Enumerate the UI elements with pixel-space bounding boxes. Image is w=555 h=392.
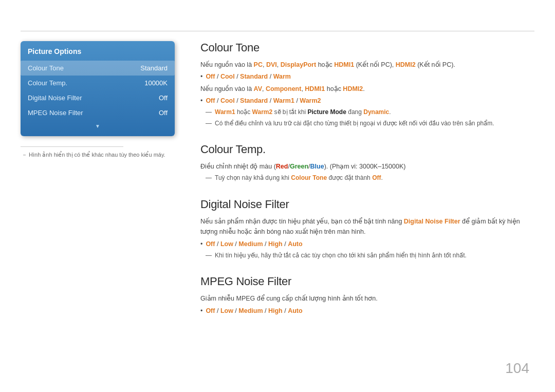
- bullet-dot-2: •: [200, 96, 202, 106]
- colour-tone-options-1: Off / Cool / Standard / Warm: [206, 71, 291, 82]
- sidebar-item-digital-noise-value: Off: [159, 94, 168, 102]
- section-colour-temp: Colour Temp. Điều chỉnh nhiệt độ màu (Re…: [200, 143, 534, 183]
- colour-temp-dash-1: ― Tuỳ chọn này khả dụng khi Colour Tone …: [206, 173, 534, 183]
- page-number: 104: [505, 360, 529, 377]
- colour-temp-dash-text-1: Tuỳ chọn này khả dụng khi Colour Tone đư…: [215, 173, 383, 183]
- colour-tone-bullet-1: • Off / Cool / Standard / Warm: [200, 71, 534, 82]
- sidebar-item-mpeg-noise[interactable]: MPEG Noise Filter Off: [21, 105, 175, 120]
- sidebar-note: － Hình ảnh hiển thị có thể khác nhau tùy…: [21, 151, 175, 159]
- dash-mark-2: ―: [206, 119, 212, 128]
- sidebar-item-colour-tone[interactable]: Colour Tone Standard: [21, 61, 175, 76]
- colour-temp-body: Điều chỉnh nhiệt độ màu (Red/Green/Blue)…: [200, 161, 534, 183]
- colour-tone-bullet-2: • Off / Cool / Standard / Warm1 / Warm2: [200, 96, 534, 106]
- bullet-dot-4: •: [200, 306, 202, 316]
- colour-temp-title: Colour Temp.: [200, 143, 534, 156]
- colour-tone-dash-1: ― Warm1 hoặc Warm2 sẽ bị tắt khi Picture…: [206, 107, 534, 117]
- sidebar-item-digital-noise-label: Digital Noise Filter: [28, 94, 82, 102]
- main-content: Colour Tone Nếu nguồn vào là PC, DVI, Di…: [200, 41, 534, 330]
- sidebar-item-colour-temp-value: 10000K: [144, 79, 168, 87]
- sidebar-item-colour-tone-label: Colour Tone: [28, 64, 64, 72]
- mpeg-noise-options: Off / Low / Medium / High / Auto: [206, 306, 302, 316]
- bullet-dot: •: [200, 71, 202, 82]
- digital-noise-dash-text-1: Khi tín hiệu yếu, hãy thử tắt cả các tùy…: [215, 251, 467, 260]
- section-colour-tone: Colour Tone Nếu nguồn vào là PC, DVI, Di…: [200, 41, 534, 128]
- sidebar-item-colour-temp-label: Colour Temp.: [28, 79, 67, 87]
- section-digital-noise: Digital Noise Filter Nếu sản phẩm nhận đ…: [200, 198, 534, 260]
- digital-noise-bullet-1: • Off / Low / Medium / High / Auto: [200, 239, 534, 249]
- sidebar-divider: [21, 146, 123, 147]
- mpeg-noise-title: MPEG Noise Filter: [200, 275, 534, 288]
- sidebar-item-colour-temp[interactable]: Colour Temp. 10000K: [21, 76, 175, 90]
- top-divider: [21, 31, 534, 31]
- dash-mark: ―: [206, 107, 212, 117]
- section-mpeg-noise: MPEG Noise Filter Giảm nhiễu MPEG để cun…: [200, 275, 534, 316]
- sidebar-item-mpeg-noise-label: MPEG Noise Filter: [28, 109, 83, 117]
- digital-noise-dash-1: ― Khi tín hiệu yếu, hãy thử tắt cả các t…: [206, 251, 534, 260]
- sidebar-item-digital-noise[interactable]: Digital Noise Filter Off: [21, 90, 175, 105]
- digital-noise-title: Digital Noise Filter: [200, 198, 534, 211]
- sidebar-item-mpeg-noise-value: Off: [159, 109, 168, 117]
- sidebar-item-colour-tone-value: Standard: [140, 64, 168, 72]
- colour-tone-title: Colour Tone: [200, 41, 534, 54]
- mpeg-noise-body: Giảm nhiễu MPEG để cung cấp chất lượng h…: [200, 293, 534, 316]
- colour-tone-body: Nếu nguồn vào là PC, DVI, DisplayPort ho…: [200, 60, 534, 128]
- sidebar: Picture Options Colour Tone Standard Col…: [21, 41, 175, 159]
- mpeg-noise-bullet-1: • Off / Low / Medium / High / Auto: [200, 306, 534, 316]
- colour-tone-dash-2: ― Có thể điều chỉnh và lưu trữ cài đặt c…: [206, 119, 534, 128]
- colour-tone-dash-text-2: Có thể điều chỉnh và lưu trữ cài đặt cho…: [215, 119, 494, 128]
- colour-tone-dash-text-1: Warm1 hoặc Warm2 sẽ bị tắt khi Picture M…: [215, 107, 391, 117]
- dash-mark-4: ―: [206, 251, 212, 260]
- dash-mark-3: ―: [206, 173, 212, 183]
- digital-noise-body: Nếu sản phẩm nhận được tín hiệu phát yếu…: [200, 216, 534, 260]
- bullet-dot-3: •: [200, 239, 202, 249]
- colour-tone-options-2: Off / Cool / Standard / Warm1 / Warm2: [206, 96, 321, 106]
- digital-noise-options: Off / Low / Medium / High / Auto: [206, 239, 302, 249]
- sidebar-arrow: ▼: [21, 120, 175, 132]
- sidebar-title: Picture Options: [21, 47, 175, 61]
- sidebar-box: Picture Options Colour Tone Standard Col…: [21, 41, 175, 136]
